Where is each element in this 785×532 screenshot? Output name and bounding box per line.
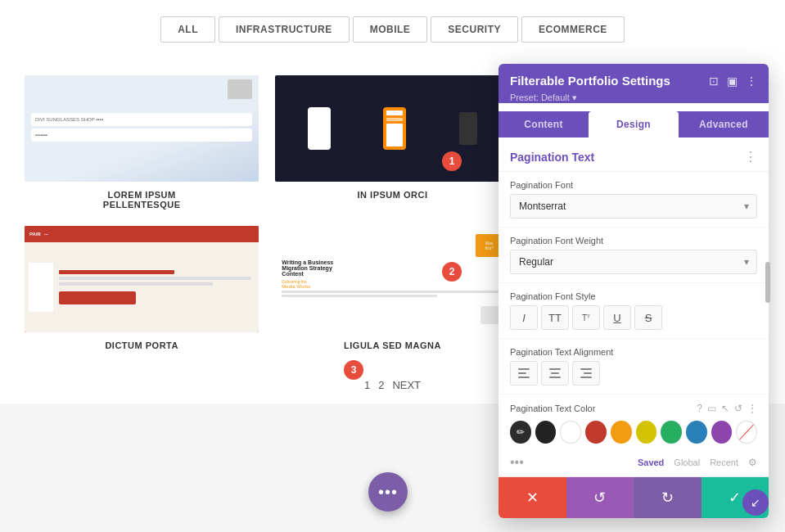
panel-tabs: Content Design Advanced bbox=[499, 111, 769, 138]
pagination-weight-select[interactable]: Regular Bold Light bbox=[510, 250, 757, 274]
pagination-font-row: Pagination Font Montserrat Open Sans Rob… bbox=[499, 172, 769, 228]
font-style-strikethrough[interactable]: S bbox=[634, 305, 662, 330]
portfolio-thumb-5: Writing a BusinessMigration StrategyCont… bbox=[275, 226, 509, 332]
portfolio-title: LOREM IPSUMPELLENTESQUE bbox=[103, 190, 181, 210]
panel-title: Filterable Portfolio Settings bbox=[510, 74, 670, 88]
color-swatch-white[interactable] bbox=[560, 421, 581, 444]
badge-1: 1 bbox=[442, 151, 462, 171]
align-left[interactable] bbox=[510, 361, 538, 385]
filter-tab-mobile[interactable]: MOBILE bbox=[353, 16, 428, 43]
pagination-font-select[interactable]: Montserrat Open Sans Roboto bbox=[510, 194, 757, 219]
pagination-align-row: Pagination Text Alignment bbox=[499, 339, 769, 394]
corner-action-icon[interactable]: ↙ bbox=[742, 489, 769, 516]
filter-tab-security[interactable]: SECURITY bbox=[431, 16, 518, 43]
pagination-color-row: Pagination Text Color ? ▭ ↖ ↺ ⋮ bbox=[499, 394, 769, 417]
pagination-page-1[interactable]: 1 bbox=[364, 379, 370, 391]
list-item: Writing a BusinessMigration StrategyCont… bbox=[275, 226, 509, 350]
pagination-align-label: Pagination Text Alignment bbox=[510, 347, 757, 357]
filter-tabs-bar: ALL INFRASTRUCTURE MOBILE SECURITY ECOMM… bbox=[0, 0, 785, 59]
font-style-italic[interactable]: I bbox=[510, 305, 538, 330]
color-swatch-black[interactable] bbox=[535, 421, 557, 444]
badge-2: 2 bbox=[442, 262, 462, 282]
pagination-style-label: Pagination Font Style bbox=[510, 291, 757, 301]
align-right[interactable] bbox=[572, 361, 600, 385]
color-swatch-red[interactable] bbox=[585, 421, 607, 444]
panel-header: Filterable Portfolio Settings ⊡ ▣ ⋮ Pres… bbox=[499, 64, 769, 103]
section-menu-icon[interactable]: ⋮ bbox=[744, 149, 757, 165]
color-device-icon[interactable]: ▭ bbox=[707, 403, 716, 414]
list-item: IN IPSUM ORCI bbox=[275, 75, 509, 210]
list-item: DIVI SUNGLASSES SHOP ▪▪▪▪ ▪▪▪▪▪▪▪ LOREM … bbox=[25, 75, 259, 210]
portfolio-title: IN IPSUM ORCI bbox=[358, 190, 428, 200]
color-swatches: ✏ bbox=[499, 417, 769, 452]
settings-panel: Filterable Portfolio Settings ⊡ ▣ ⋮ Pres… bbox=[499, 64, 769, 518]
cancel-button[interactable]: ✕ bbox=[499, 477, 566, 518]
scrollbar-track bbox=[765, 262, 770, 303]
badge-3: 3 bbox=[344, 360, 363, 380]
panel-preset[interactable]: Preset: Default ▾ bbox=[510, 92, 757, 103]
filter-tab-infrastructure[interactable]: INFRASTRUCTURE bbox=[219, 16, 350, 43]
pagination-next[interactable]: NEXT bbox=[392, 379, 421, 391]
pagination-weight-row: Pagination Font Weight Regular Bold Ligh… bbox=[499, 228, 769, 283]
panel-body: Pagination Text ⋮ Pagination Font Montse… bbox=[499, 138, 769, 476]
tab-advanced[interactable]: Advanced bbox=[679, 111, 769, 138]
portfolio-thumb-4: PAIR ▪▪▪ bbox=[25, 226, 259, 332]
pagination-color-label: Pagination Text Color bbox=[510, 404, 693, 413]
corner-arrow-icon: ↙ bbox=[751, 496, 760, 509]
fab-dots-icon: ••• bbox=[378, 483, 398, 502]
color-swatch-green[interactable] bbox=[661, 421, 682, 444]
settings-gear-icon[interactable]: ⚙ bbox=[748, 457, 757, 468]
global-tab[interactable]: Global bbox=[674, 458, 700, 467]
font-style-uppercase[interactable]: TT bbox=[541, 305, 569, 330]
color-swatch-none[interactable] bbox=[736, 421, 757, 444]
color-swatch-purple[interactable] bbox=[711, 421, 733, 444]
panel-footer: ✕ ↺ ↻ ✓ bbox=[499, 476, 769, 518]
section-title: Pagination Text bbox=[510, 151, 594, 164]
align-center[interactable] bbox=[541, 361, 569, 385]
panel-icon-layout[interactable]: ▣ bbox=[727, 74, 738, 88]
redo-button[interactable]: ↻ bbox=[634, 477, 702, 518]
color-reset-icon[interactable]: ↺ bbox=[734, 403, 742, 414]
color-help-icon[interactable]: ? bbox=[697, 403, 702, 414]
reset-button[interactable]: ↺ bbox=[566, 477, 634, 518]
panel-icon-eye[interactable]: ⊡ bbox=[709, 74, 719, 88]
pagination-style-row: Pagination Font Style I TT Tᵀ U S bbox=[499, 283, 769, 339]
color-cursor-icon[interactable]: ↖ bbox=[721, 403, 729, 414]
font-style-capitalize[interactable]: Tᵀ bbox=[572, 305, 600, 330]
saved-global-row: ••• Saved Global Recent ⚙ bbox=[499, 452, 769, 476]
color-more-icon[interactable]: ⋮ bbox=[747, 403, 757, 414]
color-swatch-edit[interactable]: ✏ bbox=[510, 421, 531, 444]
portfolio-title: DICTUM PORTA bbox=[105, 340, 178, 350]
pagination-font-label: Pagination Font bbox=[510, 180, 757, 190]
fab-button[interactable]: ••• bbox=[368, 472, 408, 512]
recent-tab[interactable]: Recent bbox=[710, 458, 738, 467]
filter-tab-all[interactable]: ALL bbox=[160, 16, 215, 43]
tab-content[interactable]: Content bbox=[499, 111, 589, 138]
panel-icon-more[interactable]: ⋮ bbox=[746, 74, 757, 88]
color-swatch-orange[interactable] bbox=[611, 421, 632, 444]
filter-tab-ecommerce[interactable]: ECOMMERCE bbox=[521, 16, 625, 43]
edit-pencil-icon: ✏ bbox=[517, 426, 525, 438]
pagination-page-2[interactable]: 2 bbox=[378, 379, 384, 391]
color-swatch-yellow[interactable] bbox=[636, 421, 657, 444]
saved-tab[interactable]: Saved bbox=[638, 458, 664, 467]
tab-design[interactable]: Design bbox=[589, 111, 679, 138]
list-item: PAIR ▪▪▪ DICTUM PORTA bbox=[25, 226, 259, 350]
portfolio-thumb-2 bbox=[275, 75, 509, 182]
color-swatch-blue[interactable] bbox=[686, 421, 707, 444]
more-dots-icon[interactable]: ••• bbox=[510, 455, 524, 470]
portfolio-title: LIGULA SED MAGNA bbox=[344, 340, 441, 350]
font-style-underline[interactable]: U bbox=[603, 305, 631, 330]
portfolio-thumb-1: DIVI SUNGLASSES SHOP ▪▪▪▪ ▪▪▪▪▪▪▪ bbox=[25, 75, 259, 182]
pagination-weight-label: Pagination Font Weight bbox=[510, 236, 757, 246]
